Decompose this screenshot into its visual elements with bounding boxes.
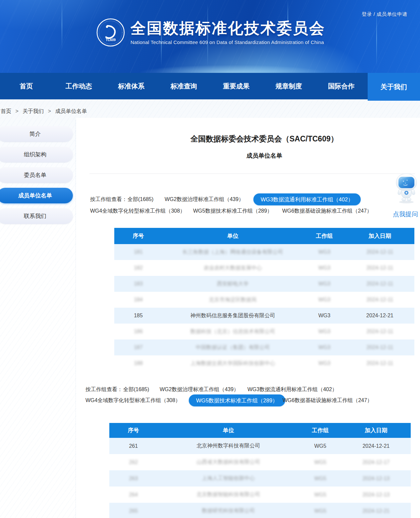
- col-unit: 单位: [158, 427, 299, 434]
- filter-wg2-1[interactable]: WG2数据治理标准工作组（439）: [165, 193, 244, 205]
- nav-item-work-updates[interactable]: 工作动态: [53, 73, 105, 99]
- table-row: 187 中国数据认证（集团）有限公司 WG3 2024-12-11: [114, 339, 414, 355]
- brand-text: 全国数据标准化技术委员会 National Technical Committe…: [131, 20, 325, 45]
- col-join-date: 加入日期: [341, 427, 411, 434]
- site-brand[interactable]: TC609 全国数据标准化技术委员会 National Technical Co…: [96, 18, 325, 47]
- title-divider: [89, 174, 415, 174]
- page: 登录 / 成员单位申请 TC609 全国数据标准化技术委员会 National …: [0, 0, 420, 518]
- filter-wg2-2[interactable]: WG2数据治理标准工作组（439）: [160, 384, 239, 395]
- breadcrumb: 首页 > 关于我们 > 成员单位名单: [1, 108, 87, 115]
- crumb-separator: >: [15, 108, 18, 114]
- table-row-highlight-261: 261 北京神州数字科技有限公司 WG5 2024-12-21: [109, 438, 411, 454]
- nav-item-international-cooperation[interactable]: 国际合作: [315, 73, 368, 99]
- login-apply-link[interactable]: 登录 / 成员单位申请: [362, 11, 407, 18]
- main-nav: 首页 工作动态 标准体系 标准查询 重要成果 规章制度 国际合作 关于我们: [0, 73, 420, 99]
- filter-label-2: 按工作组查看：: [85, 384, 123, 395]
- site-subtitle: National Technical Committee 609 on Data…: [131, 39, 325, 45]
- nav-item-standard-search[interactable]: 标准查询: [158, 73, 210, 99]
- table-row: 181 长三角数据（上海）网络通信设备有限公司 WG3 2024-12-11: [114, 244, 414, 260]
- filter-all-2[interactable]: 全部(1685): [123, 384, 149, 395]
- col-no: 序号: [109, 427, 158, 434]
- table-row-highlight-185: 185 神州数码信息服务集团股份有限公司 WG3 2024-12-21: [114, 308, 414, 324]
- filter-wg6-1[interactable]: WG6数据基础设施标准工作组（247）: [282, 205, 372, 217]
- site-banner: 登录 / 成员单位申请 TC609 全国数据标准化技术委员会 National …: [0, 0, 420, 73]
- table-row: 264 北京数据智能科技有限公司 WG5 2024-12-13: [109, 487, 411, 503]
- nav-item-standard-system[interactable]: 标准体系: [105, 73, 158, 99]
- banner-decor-line: [62, 0, 62, 50]
- sidebar: 简介 组织架构 委员名单 成员单位名单 联系我们: [0, 126, 73, 229]
- col-workgroup: 工作组: [299, 427, 341, 434]
- tc609-logo-icon: TC609: [96, 18, 125, 47]
- filter-label-1: 按工作组查看：: [90, 193, 127, 205]
- filter-wg4-2[interactable]: WG4全域数字化转型标准工作组（308）: [85, 394, 181, 406]
- nav-item-regulations[interactable]: 规章制度: [263, 73, 315, 99]
- crumb-separator: >: [48, 108, 51, 114]
- page-title: 全国数据标委会技术委员会（SAC/TC609）: [114, 134, 414, 144]
- sidebar-item-member-units[interactable]: 成员单位名单: [0, 188, 73, 203]
- table-row: 184 北京市海淀区数据局 WG3 2024-12-11: [114, 292, 414, 308]
- crumb-home[interactable]: 首页: [1, 108, 11, 114]
- table-row: 262 山西省大数据科技有限公司 WG5 2024-12-17: [109, 454, 411, 470]
- table-header: 序号 单位 工作组 加入日期: [114, 228, 414, 244]
- nav-item-about-us[interactable]: 关于我们: [368, 73, 420, 101]
- col-workgroup: 工作组: [303, 232, 345, 240]
- member-table-wg5: 序号 单位 工作组 加入日期 261 北京神州数字科技有限公司 WG5 2024…: [109, 423, 411, 518]
- sidebar-content-divider: [76, 120, 76, 518]
- banner-glow: [139, 65, 325, 73]
- sidebar-item-committee-members[interactable]: 委员名单: [0, 167, 73, 183]
- table-row: 183 西安邮电大学 WG3 2024-12-11: [114, 276, 414, 292]
- table-row: 265 数据研究科技有限公司 WG5 2024-12-21: [109, 503, 411, 518]
- filter-wg4-1[interactable]: WG4全域数字化转型标准工作组（308）: [90, 205, 185, 217]
- crumb-member-list: 成员单位名单: [55, 108, 87, 114]
- crumb-about-us[interactable]: 关于我们: [23, 108, 44, 114]
- nav-item-home[interactable]: 首页: [0, 73, 53, 99]
- page-subtitle: 成员单位名单: [114, 152, 414, 160]
- col-join-date: 加入日期: [345, 232, 414, 240]
- sidebar-item-contact-us[interactable]: 联系我们: [0, 208, 73, 224]
- filter-wg3-2[interactable]: WG3数据流通利用标准工作组（402）: [247, 384, 337, 395]
- filter-all-1[interactable]: 全部(1685): [128, 193, 153, 205]
- nav-item-key-achievements[interactable]: 重要成果: [210, 73, 263, 99]
- table-row: 188 上海数据交易大学国际科技创新中心 WG3 2024-12-11: [114, 355, 414, 371]
- filter-wg3-1-selected[interactable]: WG3数据流通利用标准工作组（402）: [253, 193, 361, 205]
- sidebar-item-organization[interactable]: 组织架构: [0, 147, 73, 162]
- table-row: 182 农业农村大数据发展中心 WG3 2024-12-11: [114, 260, 414, 276]
- ask-me-button[interactable]: 点我提问: [390, 210, 420, 219]
- filter-wg6-2[interactable]: WG6数据基础设施标准工作组（247）: [283, 394, 372, 406]
- table-header: 序号 单位 工作组 加入日期: [109, 423, 411, 438]
- table-row: 263 上海人工智能创新中心 WG5 2024-12-13: [109, 470, 411, 487]
- banner-decor-line: [376, 10, 377, 66]
- member-table-wg3: 序号 单位 工作组 加入日期 181 长三角数据（上海）网络通信设备有限公司 W…: [114, 228, 414, 371]
- filter-wg5-1[interactable]: WG5数据技术标准工作组（289）: [193, 205, 272, 217]
- svg-text:TC609: TC609: [106, 38, 116, 42]
- table-row: 186 数据科技（北京）信息技术有限公司 WG3 2024-12-11: [114, 324, 414, 339]
- col-no: 序号: [114, 232, 162, 240]
- site-title: 全国数据标准化技术委员会: [131, 20, 325, 37]
- assistant-robot-icon[interactable]: [394, 173, 419, 205]
- filter-wg5-2-selected[interactable]: WG5数据技术标准工作组（289）: [189, 394, 285, 406]
- sidebar-item-intro[interactable]: 简介: [0, 126, 73, 142]
- col-unit: 单位: [162, 232, 303, 240]
